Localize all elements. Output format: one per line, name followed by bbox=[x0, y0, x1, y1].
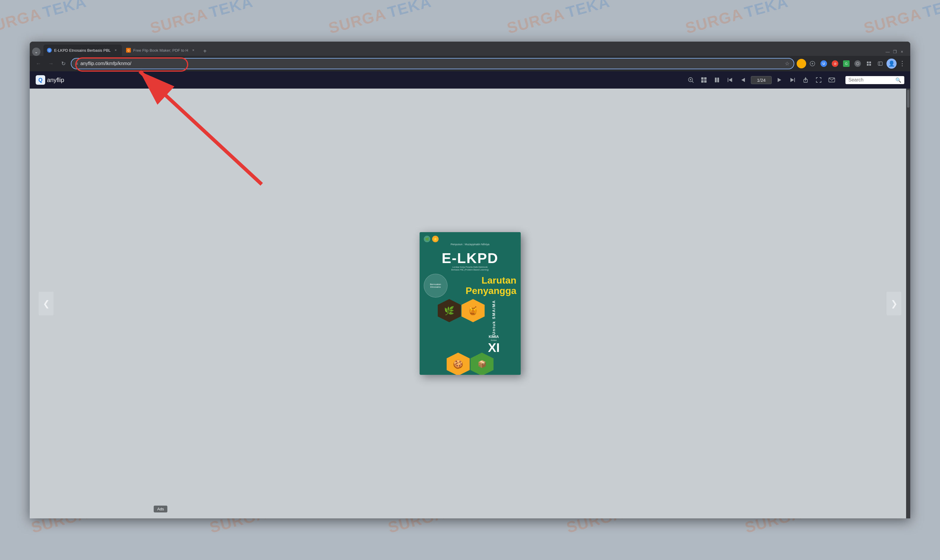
back-button[interactable]: ← bbox=[33, 58, 43, 69]
extension-button-3[interactable]: ⊘ bbox=[830, 58, 840, 69]
sidebar-button[interactable] bbox=[875, 58, 885, 69]
next-page-nav-arrow[interactable]: ❯ bbox=[886, 292, 901, 315]
book-main-row: Bernuatan Etnosains Larutan Penyangga bbox=[419, 274, 521, 297]
page-badge: Ads bbox=[154, 506, 167, 512]
close-window-button[interactable]: × bbox=[900, 49, 904, 54]
tab1-close-button[interactable]: × bbox=[113, 48, 119, 53]
anyflip-logo-icon: Q bbox=[36, 75, 45, 85]
extension-button-5[interactable]: ⬡ bbox=[852, 58, 863, 69]
svg-rect-12 bbox=[704, 77, 707, 80]
watermark-text: TEKA bbox=[386, 0, 433, 22]
maximize-button[interactable]: ❐ bbox=[892, 49, 897, 54]
book-subtitle1: Lembar Kerja Peserta Didik Elektronik bbox=[422, 266, 518, 268]
watermark-text: SURGA bbox=[683, 5, 745, 37]
svg-rect-14 bbox=[704, 80, 707, 83]
book-hex-1: 🌿 bbox=[439, 300, 460, 321]
svg-rect-2 bbox=[869, 62, 871, 63]
book-badge-line2: Etnosains bbox=[430, 286, 441, 288]
browser-menu-dots-button[interactable]: ⋮ bbox=[898, 58, 907, 69]
svg-rect-1 bbox=[867, 62, 869, 63]
watermark-text: TEKA bbox=[41, 0, 88, 22]
window-controls: — ❐ × bbox=[885, 49, 908, 56]
book-subtitle2: Berbasis PBL (Problem Based Learning) bbox=[422, 269, 518, 271]
reload-button[interactable]: ↻ bbox=[58, 58, 68, 69]
book-xi-label: XI bbox=[488, 342, 500, 354]
first-page-button[interactable] bbox=[725, 75, 735, 85]
fullscreen-button[interactable] bbox=[813, 75, 824, 85]
extension-button-4[interactable]: G bbox=[841, 58, 851, 69]
search-icon[interactable]: 🔍 bbox=[895, 77, 901, 83]
svg-rect-13 bbox=[701, 80, 704, 83]
book-title-area: E-LKPD Lembar Kerja Peserta Didik Elektr… bbox=[419, 250, 521, 274]
book-main-title1: Larutan bbox=[466, 275, 516, 286]
page-view-button[interactable] bbox=[712, 75, 722, 85]
search-input[interactable] bbox=[848, 77, 893, 83]
svg-line-10 bbox=[692, 81, 693, 83]
viewer-area: ❮ 🌿 ⭐ Penyusun : Muzayyinatin Nihriya bbox=[30, 89, 910, 518]
bookmark-star-icon[interactable]: ☆ bbox=[785, 60, 789, 67]
content-area: Q anyflip bbox=[30, 71, 910, 518]
browser-window: ⌄ Q E-LKPD Etnosains Berbasis PBL × Q Fr… bbox=[30, 42, 910, 518]
svg-marker-22 bbox=[791, 78, 794, 82]
tab-flipbook[interactable]: Q Free Flip Book Maker; PDF to H × bbox=[123, 45, 200, 56]
watermark-text: SURGA bbox=[148, 5, 210, 37]
new-tab-button[interactable]: + bbox=[200, 46, 210, 56]
scrollbar[interactable] bbox=[906, 89, 910, 518]
tab-elkkpd[interactable]: Q E-LKPD Etnosains Berbasis PBL × bbox=[43, 45, 122, 56]
page-indicator[interactable]: 1/24 bbox=[751, 76, 772, 84]
zoom-in-button[interactable] bbox=[686, 75, 696, 85]
book-kimia-section: Untuk SMA/MA KIMIA Kelas XI bbox=[486, 300, 502, 354]
book-untuk-label: Untuk SMA/MA bbox=[492, 300, 496, 335]
book-cover-top: 🌿 ⭐ Penyusun : Muzayyinatin Nihriya bbox=[419, 232, 521, 250]
last-page-button[interactable] bbox=[787, 75, 798, 85]
book-icons-row: 🌿 ⭐ bbox=[424, 236, 516, 242]
svg-rect-5 bbox=[878, 62, 882, 65]
book-cover: 🌿 ⭐ Penyusun : Muzayyinatin Nihriya E-LK… bbox=[419, 232, 521, 375]
extensions-puzzle-button[interactable] bbox=[864, 58, 874, 69]
address-bar[interactable]: ≡ ☆ bbox=[71, 58, 794, 69]
extensions-area: U ⊘ G ⬡ 👤 ⋮ bbox=[797, 58, 907, 69]
next-page-button[interactable] bbox=[774, 75, 785, 85]
forward-button[interactable]: → bbox=[46, 58, 56, 69]
book-hex-3: 🍪 bbox=[448, 354, 469, 375]
browser-toolbar: ← → ↻ ≡ ☆ U ⊘ G ⬡ bbox=[30, 56, 910, 71]
grid-view-button[interactable] bbox=[698, 75, 709, 85]
book-badge-line1: Bernuatan bbox=[430, 283, 441, 286]
scrollbar-thumb[interactable] bbox=[907, 90, 909, 108]
search-box[interactable]: 🔍 bbox=[846, 76, 904, 84]
tab2-close-button[interactable]: × bbox=[191, 48, 196, 53]
anyflip-logo[interactable]: Q anyflip bbox=[36, 75, 64, 85]
address-icon: ≡ bbox=[76, 61, 78, 66]
extension-button-ublock[interactable]: U bbox=[819, 58, 829, 69]
watermark-text: TEKA bbox=[921, 0, 940, 22]
share-button[interactable] bbox=[800, 75, 811, 85]
book-main-title2: Penyangga bbox=[466, 286, 516, 296]
email-button[interactable] bbox=[826, 75, 837, 85]
anyflip-logo-text: anyflip bbox=[47, 77, 64, 83]
watermark-text: SURGA bbox=[327, 5, 388, 37]
svg-rect-4 bbox=[869, 64, 871, 66]
minimize-button[interactable]: — bbox=[885, 49, 890, 54]
prev-page-nav-arrow[interactable]: ❮ bbox=[39, 292, 54, 315]
address-input[interactable] bbox=[80, 61, 783, 66]
prev-page-button[interactable] bbox=[738, 75, 749, 85]
watermark-text: TEKA bbox=[743, 0, 790, 22]
extension-avatar[interactable] bbox=[797, 59, 806, 68]
book-hexagons-row-2: 🍪 📦 bbox=[419, 354, 521, 375]
book-hex-4: 📦 bbox=[472, 354, 493, 375]
svg-marker-19 bbox=[741, 78, 745, 82]
svg-rect-11 bbox=[701, 77, 704, 80]
watermark-text: TEKA bbox=[564, 0, 612, 22]
tab1-title: E-LKPD Etnosains Berbasis PBL bbox=[54, 48, 111, 52]
svg-rect-16 bbox=[717, 78, 719, 82]
watermark-text: SURGA bbox=[862, 5, 923, 37]
watermark-text: SURGA bbox=[0, 5, 43, 37]
extension-button-1[interactable] bbox=[807, 58, 817, 69]
tab2-favicon: Q bbox=[126, 48, 131, 52]
profile-button[interactable]: 👤 bbox=[886, 58, 897, 69]
tab2-title: Free Flip Book Maker; PDF to H bbox=[133, 48, 188, 52]
browser-menu-button[interactable]: ⌄ bbox=[32, 48, 40, 56]
svg-rect-15 bbox=[715, 78, 717, 82]
anyflip-controls: 1/24 bbox=[686, 75, 904, 85]
book-series-label: E-LKPD bbox=[422, 251, 518, 265]
